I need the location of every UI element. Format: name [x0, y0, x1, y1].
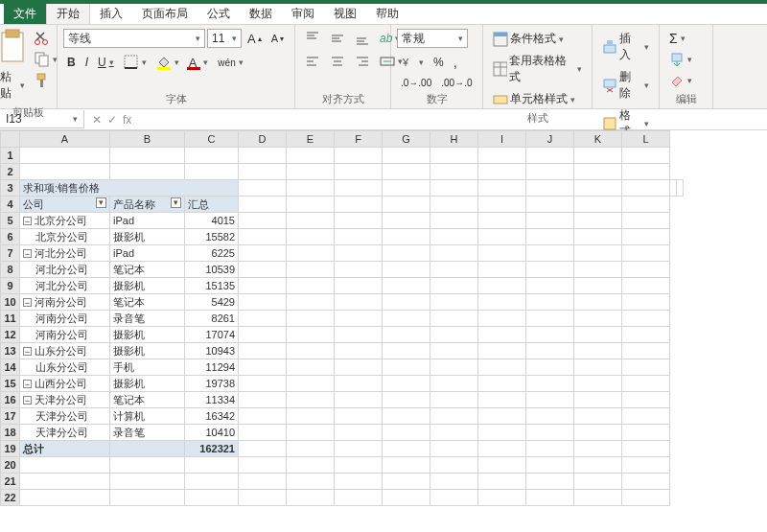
tab-view[interactable]: 视图 — [324, 4, 366, 24]
col-header-E[interactable]: E — [287, 131, 335, 148]
pivot-product[interactable]: 摄影机 — [110, 278, 185, 294]
cell[interactable] — [239, 343, 287, 359]
pivot-value[interactable]: 16342 — [185, 408, 239, 425]
cell[interactable] — [478, 359, 526, 376]
cell[interactable] — [383, 294, 430, 311]
pivot-product[interactable]: 笔记本 — [110, 392, 185, 408]
cell[interactable] — [478, 474, 526, 490]
pivot-total-value[interactable]: 162321 — [185, 441, 239, 457]
cell[interactable] — [574, 229, 622, 245]
cell[interactable] — [335, 164, 383, 180]
pivot-total-label[interactable]: 总计 — [20, 441, 110, 457]
cell[interactable] — [383, 164, 430, 180]
col-header-L[interactable]: L — [622, 131, 670, 148]
tab-layout[interactable]: 页面布局 — [132, 4, 198, 24]
cell[interactable] — [110, 148, 185, 164]
pivot-value[interactable]: 6225 — [185, 245, 239, 262]
cell[interactable] — [574, 197, 622, 213]
format-painter-button[interactable] — [31, 71, 61, 90]
cell[interactable] — [574, 245, 622, 262]
cell[interactable] — [622, 359, 670, 376]
cell[interactable] — [622, 343, 670, 359]
cell[interactable] — [526, 262, 574, 278]
cell[interactable] — [20, 148, 110, 164]
cell[interactable] — [239, 490, 287, 506]
cell[interactable] — [20, 457, 110, 474]
cell[interactable] — [622, 148, 670, 164]
pivot-company[interactable]: − 山西分公司 — [20, 376, 110, 392]
col-header-D[interactable]: D — [239, 131, 287, 148]
cell[interactable] — [185, 164, 239, 180]
cell[interactable] — [526, 376, 574, 392]
fill-button[interactable]: ▾ — [665, 50, 696, 69]
cell[interactable] — [478, 343, 526, 359]
pivot-company[interactable]: − 河南分公司 — [20, 294, 110, 311]
pivot-header-total[interactable]: 汇总 — [185, 197, 239, 213]
pivot-product[interactable]: 录音笔 — [110, 311, 185, 327]
cell[interactable] — [383, 180, 430, 197]
cell[interactable] — [287, 359, 335, 376]
row-header[interactable]: 6 — [1, 229, 20, 245]
pivot-value[interactable]: 19738 — [185, 376, 239, 392]
cell[interactable] — [430, 180, 478, 197]
cell[interactable] — [430, 245, 478, 262]
cell[interactable] — [20, 490, 110, 506]
cell[interactable] — [287, 311, 335, 327]
cell[interactable] — [526, 327, 574, 343]
cell[interactable] — [335, 392, 383, 408]
cell[interactable] — [574, 408, 622, 425]
cell[interactable] — [287, 294, 335, 311]
cell[interactable] — [383, 425, 430, 441]
cell[interactable] — [622, 408, 670, 425]
cell[interactable] — [383, 197, 430, 213]
cell-style-button[interactable]: 单元格样式▾ — [489, 89, 579, 109]
cell[interactable] — [478, 180, 526, 197]
cell[interactable] — [478, 392, 526, 408]
cell[interactable] — [239, 278, 287, 294]
cell[interactable] — [526, 343, 574, 359]
cell[interactable] — [526, 474, 574, 490]
cell[interactable] — [622, 180, 670, 197]
cell[interactable] — [574, 343, 622, 359]
cell[interactable] — [335, 245, 383, 262]
cell[interactable] — [622, 245, 670, 262]
decrease-font-button[interactable]: A▾ — [267, 29, 288, 48]
pivot-company[interactable]: 河南分公司 — [20, 327, 110, 343]
cell[interactable] — [430, 474, 478, 490]
cell[interactable] — [239, 408, 287, 425]
cell[interactable] — [383, 392, 430, 408]
pivot-company[interactable]: − 河北分公司 — [20, 245, 110, 262]
cell[interactable] — [478, 441, 526, 457]
clear-button[interactable]: ▾ — [665, 71, 696, 90]
pivot-company[interactable]: 河南分公司 — [20, 311, 110, 327]
cell[interactable] — [430, 441, 478, 457]
align-left-button[interactable] — [301, 52, 324, 71]
decrease-decimal-button[interactable]: .00→.0 — [437, 76, 476, 90]
tab-help[interactable]: 帮助 — [366, 4, 408, 24]
cell[interactable] — [478, 262, 526, 278]
cell[interactable] — [526, 311, 574, 327]
cell[interactable] — [383, 376, 430, 392]
cell[interactable] — [335, 180, 383, 197]
cell[interactable] — [239, 262, 287, 278]
cell[interactable] — [622, 490, 670, 506]
cell[interactable] — [430, 490, 478, 506]
name-box[interactable]: I13▾ — [0, 110, 84, 128]
cell[interactable] — [335, 457, 383, 474]
increase-decimal-button[interactable]: .0→.00 — [397, 76, 435, 90]
cell[interactable] — [622, 441, 670, 457]
cell[interactable] — [574, 327, 622, 343]
cell[interactable] — [430, 327, 478, 343]
cell[interactable] — [574, 262, 622, 278]
cell[interactable] — [239, 327, 287, 343]
cell[interactable] — [185, 490, 239, 506]
number-format-combo[interactable]: 常规▾ — [397, 29, 468, 48]
copy-button[interactable]: ▾ — [31, 50, 61, 69]
row-header[interactable]: 20 — [1, 457, 20, 474]
cell[interactable] — [622, 376, 670, 392]
cell[interactable] — [574, 490, 622, 506]
cell[interactable] — [430, 278, 478, 294]
cell[interactable] — [574, 441, 622, 457]
cell[interactable] — [383, 490, 430, 506]
cell[interactable] — [622, 327, 670, 343]
